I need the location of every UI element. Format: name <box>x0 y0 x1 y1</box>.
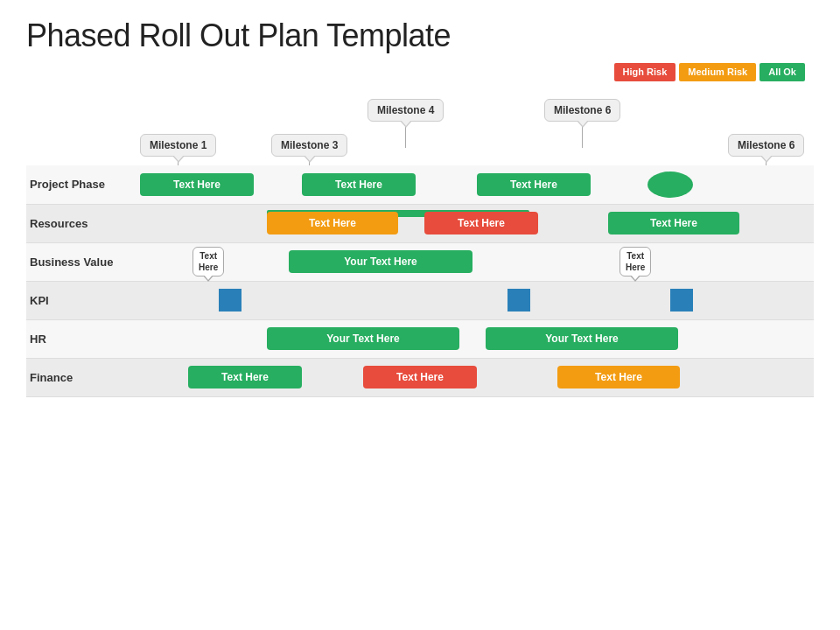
row-business-value: Business Value TextHere Your Text Here T… <box>26 242 814 281</box>
gantt-cell-resources: Text Here Text Here Text Here <box>131 204 814 242</box>
milestone-3-label: Milestone 3 <box>271 134 347 157</box>
bubble-bv-1: TextHere <box>192 247 224 276</box>
row-resources: Resources Text Here Text Here Text Here <box>26 204 814 242</box>
row-finance: Finance Text Here Text Here Text Here <box>26 358 814 396</box>
bar-hr-2: Your Text Here <box>486 327 678 350</box>
gantt-cell-business-value: TextHere Your Text Here TextHere <box>131 242 814 281</box>
milestone-1-label: Milestone 1 <box>140 134 216 157</box>
gantt-cell-finance: Text Here Text Here Text Here <box>131 358 814 396</box>
label-hr: HR <box>26 319 131 358</box>
bar-hr-1: Your Text Here <box>267 327 459 350</box>
row-kpi: KPI <box>26 281 814 319</box>
milestone-3: Milestone 3 <box>271 134 347 165</box>
legend-medium-risk: Medium Risk <box>679 63 756 81</box>
gantt-cell-hr: Your Text Here Your Text Here <box>131 319 814 358</box>
label-business-value: Business Value <box>26 242 131 281</box>
oval-phase <box>648 172 693 198</box>
gantt-cell-kpi <box>131 281 814 319</box>
label-finance: Finance <box>26 358 131 396</box>
milestone-1: Milestone 1 <box>140 134 216 165</box>
gantt-cell-project-phase: Text Here Text Here Text Here <box>131 165 814 204</box>
bubble-bv-2: TextHere <box>620 247 651 276</box>
kpi-square-2 <box>508 289 530 312</box>
bar-phase-2: Text Here <box>302 173 416 196</box>
bar-phase-3: Text Here <box>477 173 591 196</box>
bar-bv-main: Your Text Here <box>289 250 472 273</box>
page-title: Phased Roll Out Plan Template <box>26 18 814 54</box>
kpi-square-1 <box>219 289 242 312</box>
label-kpi: KPI <box>26 281 131 319</box>
milestone-6-right-label: Milestone 6 <box>728 134 804 157</box>
milestones-area: Milestone 1 Milestone 3 Milestone 4 Mile… <box>131 87 814 165</box>
bar-resources-1: Text Here <box>267 212 398 234</box>
legend-all-ok: All Ok <box>760 63 805 81</box>
milestone-6-top: Milestone 6 <box>544 99 620 148</box>
label-resources: Resources <box>26 204 131 242</box>
bar-finance-3: Text Here <box>557 366 680 388</box>
legend-high-risk: High Risk <box>614 63 676 81</box>
row-hr: HR Your Text Here Your Text Here <box>26 319 814 358</box>
milestone-6-top-label: Milestone 6 <box>544 99 620 122</box>
gantt-table: Project Phase Text Here Text Here Text H… <box>26 165 814 397</box>
bar-finance-2: Text Here <box>363 366 477 388</box>
legend: High Risk Medium Risk All Ok <box>26 63 814 81</box>
kpi-square-3 <box>670 289 693 312</box>
milestone-4: Milestone 4 <box>368 99 444 148</box>
row-project-phase: Project Phase Text Here Text Here Text H… <box>26 165 814 204</box>
bar-resources-3: Text Here <box>608 212 739 234</box>
label-project-phase: Project Phase <box>26 165 131 204</box>
bar-phase-1: Text Here <box>140 173 254 196</box>
bar-finance-1: Text Here <box>188 366 302 388</box>
bar-resources-2: Text Here <box>424 212 538 234</box>
milestone-4-label: Milestone 4 <box>368 99 444 122</box>
milestone-6-right: Milestone 6 <box>728 134 804 165</box>
